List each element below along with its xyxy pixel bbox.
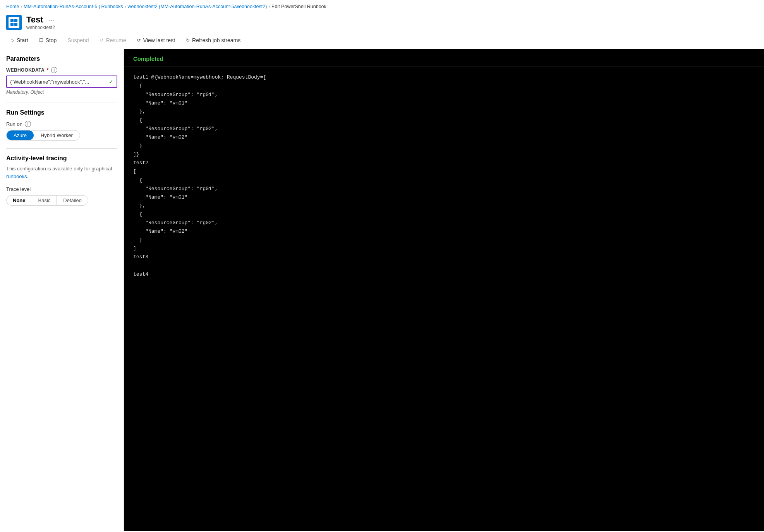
param-hint: Mandatory, Object: [6, 89, 117, 95]
resume-label: Resume: [106, 37, 126, 43]
breadcrumb-sep-3: ›: [268, 4, 270, 9]
page-icon-grid: [10, 19, 17, 26]
hybrid-worker-toggle[interactable]: Hybrid Worker: [34, 130, 80, 140]
view-last-test-button[interactable]: ⟳ View last test: [132, 35, 180, 46]
trace-none[interactable]: None: [7, 196, 32, 205]
stop-icon: ☐: [39, 38, 43, 43]
required-star: *: [47, 67, 49, 73]
activity-title: Activity-level tracing: [6, 155, 117, 162]
breadcrumb-current: Edit PowerShell Runbook: [271, 4, 326, 9]
webhookdata-label: WEBHOOKDATA: [6, 67, 45, 73]
breadcrumb-runbooks[interactable]: MM-Automation-RunAs-Account-5 | Runbooks: [24, 4, 123, 9]
icon-cell-2: [14, 19, 17, 22]
webhookdata-label-row: WEBHOOKDATA * i: [6, 67, 117, 73]
refresh-label: Refresh job streams: [192, 37, 240, 43]
activity-desc-part1: This configuration is available only for…: [6, 166, 112, 172]
breadcrumb-webhook[interactable]: webhooktest2 (MM-Automation-RunAs-Accoun…: [128, 4, 267, 9]
webhookdata-input-wrapper: ✓: [6, 76, 117, 88]
activity-runbooks-link[interactable]: runbooks: [6, 173, 27, 179]
icon-cell-1: [10, 19, 14, 22]
breadcrumb: Home › MM-Automation-RunAs-Account-5 | R…: [0, 0, 764, 12]
refresh-button[interactable]: ↻ Refresh job streams: [181, 35, 245, 46]
main-layout: Parameters WEBHOOKDATA * i ✓ Mandatory, …: [0, 49, 764, 531]
resume-button[interactable]: ↺ Resume: [95, 35, 131, 46]
stop-button[interactable]: ☐ Stop: [34, 35, 62, 46]
valid-check-icon: ✓: [109, 79, 113, 85]
breadcrumb-sep-2: ›: [125, 4, 126, 9]
suspend-button[interactable]: Suspend: [63, 35, 93, 46]
azure-toggle[interactable]: Azure: [7, 130, 34, 140]
suspend-label: Suspend: [67, 37, 89, 43]
run-settings-title: Run Settings: [6, 109, 117, 116]
trace-detailed[interactable]: Detailed: [57, 196, 88, 205]
webhookdata-info-icon[interactable]: i: [51, 67, 57, 73]
activity-desc-part2: .: [27, 173, 28, 179]
page-icon: [6, 15, 22, 30]
completed-status: Completed: [133, 55, 163, 62]
left-panel: Parameters WEBHOOKDATA * i ✓ Mandatory, …: [0, 49, 124, 531]
view-last-test-label: View last test: [143, 37, 175, 43]
page-header: Test ··· webhooktest2: [0, 12, 764, 32]
webhookdata-input[interactable]: [10, 79, 107, 85]
trace-level-group: None Basic Detailed: [6, 195, 88, 206]
page-title: Test: [26, 15, 43, 25]
icon-cell-3: [10, 23, 14, 26]
history-icon: ⟳: [137, 38, 141, 43]
terminal-top: Completed: [124, 49, 764, 67]
activity-desc: This configuration is available only for…: [6, 165, 117, 180]
run-on-label-row: Run on i: [6, 121, 117, 127]
start-button[interactable]: ▷ Start: [6, 35, 33, 46]
start-label: Start: [17, 37, 28, 43]
more-options-button[interactable]: ···: [47, 16, 56, 24]
page-subtitle: webhooktest2: [26, 25, 56, 30]
terminal-output: test1 @{WebhookName=mywebhook; RequestBo…: [124, 67, 764, 285]
trace-level-label: Trace level: [6, 186, 117, 192]
run-on-toggle-group: Azure Hybrid Worker: [6, 130, 80, 141]
resume-icon: ↺: [100, 38, 104, 43]
section-divider-2: [6, 148, 117, 149]
breadcrumb-home[interactable]: Home: [6, 4, 19, 9]
icon-cell-4: [14, 23, 17, 26]
refresh-icon: ↻: [186, 38, 190, 43]
run-on-info-icon[interactable]: i: [25, 121, 31, 127]
page-icon-inner: [9, 17, 19, 28]
trace-basic[interactable]: Basic: [32, 196, 57, 205]
run-on-label: Run on: [6, 121, 22, 127]
parameters-title: Parameters: [6, 55, 117, 62]
terminal-panel: Completed test1 @{WebhookName=mywebhook;…: [124, 49, 764, 531]
breadcrumb-sep-1: ›: [21, 4, 22, 9]
page-title-block: Test ··· webhooktest2: [26, 15, 56, 30]
stop-label: Stop: [46, 37, 57, 43]
toolbar: ▷ Start ☐ Stop Suspend ↺ Resume ⟳ View l…: [0, 32, 764, 49]
section-divider-1: [6, 103, 117, 103]
start-icon: ▷: [11, 38, 14, 43]
